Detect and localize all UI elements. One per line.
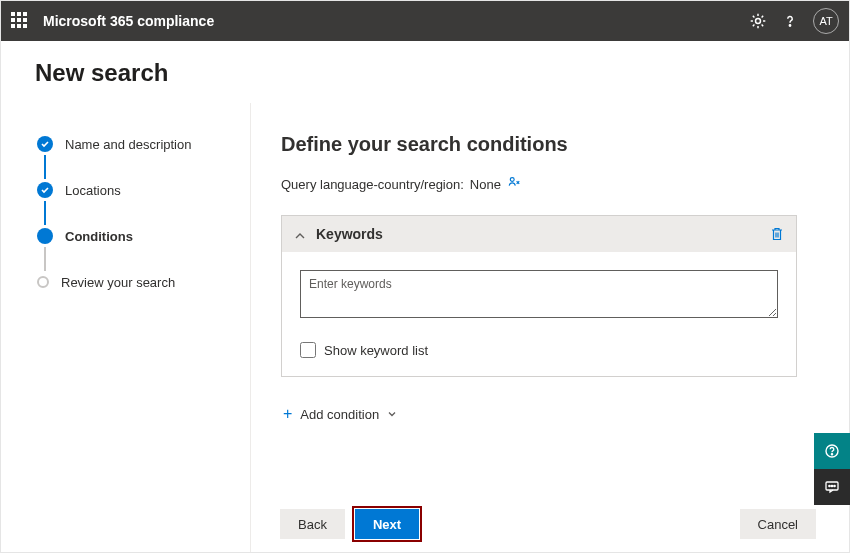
current-step-icon — [37, 228, 53, 244]
step-locations[interactable]: Locations — [37, 179, 250, 201]
cancel-button[interactable]: Cancel — [740, 509, 816, 539]
content-heading: Define your search conditions — [281, 133, 797, 156]
floating-actions — [814, 433, 850, 505]
step-connector — [44, 155, 46, 179]
svg-point-7 — [831, 485, 832, 486]
add-condition-label: Add condition — [300, 407, 379, 422]
page-title: New search — [1, 41, 849, 103]
step-connector — [44, 201, 46, 225]
show-keyword-list-row[interactable]: Show keyword list — [300, 342, 778, 358]
language-picker-icon[interactable] — [507, 176, 521, 193]
help-panel-button[interactable] — [814, 433, 850, 469]
check-icon — [37, 182, 53, 198]
step-label: Review your search — [61, 275, 175, 290]
step-label: Conditions — [65, 229, 133, 244]
svg-point-0 — [756, 19, 761, 24]
query-language-label: Query language-country/region: — [281, 177, 464, 192]
keywords-panel: Keywords Show keyword list — [281, 215, 797, 377]
chevron-down-icon — [387, 407, 397, 422]
future-step-icon — [37, 276, 49, 288]
step-conditions[interactable]: Conditions — [37, 225, 250, 247]
svg-point-8 — [834, 485, 835, 486]
query-language-row: Query language-country/region: None — [281, 176, 797, 193]
brand-title: Microsoft 365 compliance — [43, 13, 749, 29]
header-actions: AT — [749, 8, 839, 34]
step-label: Locations — [65, 183, 121, 198]
svg-point-4 — [831, 454, 832, 455]
show-keyword-list-checkbox[interactable] — [300, 342, 316, 358]
svg-point-2 — [510, 178, 514, 182]
show-keyword-list-label: Show keyword list — [324, 343, 428, 358]
keywords-title: Keywords — [316, 226, 770, 242]
gear-icon[interactable] — [749, 12, 767, 30]
keywords-panel-header: Keywords — [282, 216, 796, 252]
svg-point-6 — [829, 485, 830, 486]
next-button[interactable]: Next — [355, 509, 419, 539]
wizard-footer: Back Next Cancel — [280, 509, 816, 539]
step-name-description[interactable]: Name and description — [37, 133, 250, 155]
chevron-up-icon[interactable] — [294, 228, 306, 240]
content-pane: Define your search conditions Query lang… — [251, 103, 849, 553]
keywords-panel-body: Show keyword list — [282, 252, 796, 376]
main-area: Name and description Locations Condition… — [1, 103, 849, 553]
step-review[interactable]: Review your search — [37, 271, 250, 293]
wizard-stepper: Name and description Locations Condition… — [1, 103, 251, 553]
help-icon[interactable] — [781, 12, 799, 30]
check-icon — [37, 136, 53, 152]
delete-icon[interactable] — [770, 226, 784, 242]
add-condition-button[interactable]: + Add condition — [281, 405, 797, 423]
user-avatar[interactable]: AT — [813, 8, 839, 34]
query-language-value: None — [470, 177, 501, 192]
back-button[interactable]: Back — [280, 509, 345, 539]
app-header: Microsoft 365 compliance AT — [1, 1, 849, 41]
app-launcher-icon[interactable] — [11, 12, 29, 30]
step-connector — [44, 247, 46, 271]
keywords-input[interactable] — [300, 270, 778, 318]
feedback-button[interactable] — [814, 469, 850, 505]
plus-icon: + — [283, 405, 292, 423]
step-label: Name and description — [65, 137, 191, 152]
svg-point-1 — [789, 25, 790, 26]
